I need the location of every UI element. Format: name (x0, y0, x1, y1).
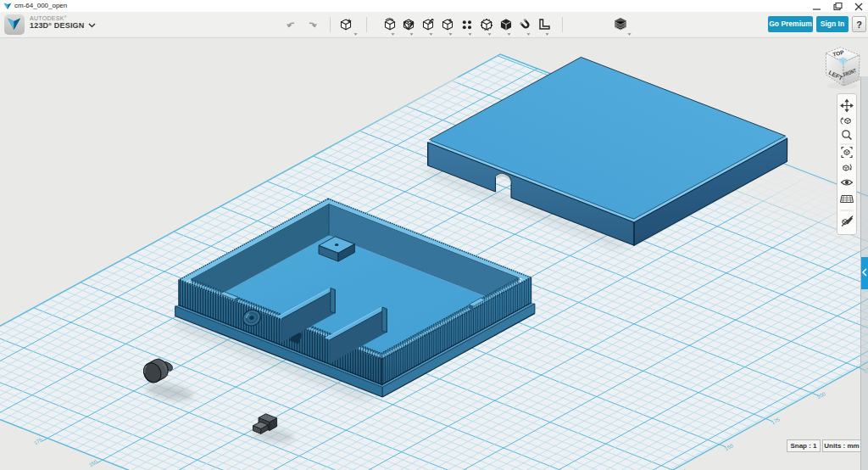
svg-text:175: 175 (771, 417, 781, 425)
svg-text:150: 150 (724, 443, 734, 451)
svg-text:175: 175 (33, 437, 43, 446)
svg-text:200: 200 (816, 391, 826, 400)
svg-text:150: 150 (88, 459, 98, 468)
